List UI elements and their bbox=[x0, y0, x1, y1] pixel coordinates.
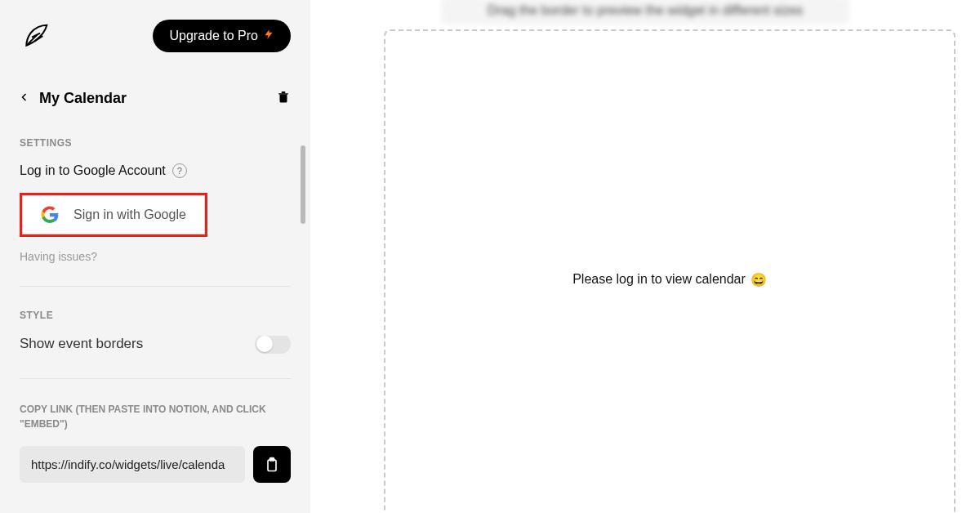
svg-rect-1 bbox=[270, 457, 274, 460]
page-title: My Calendar bbox=[39, 90, 127, 107]
preview-login-message: Please log in to view calendar 😄 bbox=[572, 272, 767, 288]
widget-preview-frame[interactable]: Please log in to view calendar 😄 bbox=[384, 29, 956, 513]
upgrade-button[interactable]: Upgrade to Pro bbox=[153, 20, 291, 52]
trash-icon bbox=[276, 88, 291, 105]
title-row: My Calendar bbox=[20, 88, 291, 108]
preview-message-text: Please log in to view calendar bbox=[572, 272, 746, 287]
sidebar-top-row: Upgrade to Pro bbox=[20, 20, 291, 52]
feather-icon bbox=[20, 20, 52, 52]
login-setting-title: Log in to Google Account ? bbox=[20, 163, 291, 178]
google-icon bbox=[41, 206, 59, 224]
sidebar-scrollbar-thumb[interactable] bbox=[301, 145, 305, 224]
copy-link-row bbox=[20, 446, 291, 483]
delete-button[interactable] bbox=[276, 88, 291, 108]
settings-section-label: SETTINGS bbox=[20, 137, 291, 149]
divider bbox=[20, 378, 291, 379]
google-signin-button[interactable]: Sign in with Google bbox=[22, 195, 205, 234]
svg-rect-0 bbox=[268, 460, 276, 471]
back-chevron-icon[interactable] bbox=[20, 90, 29, 106]
app-logo[interactable] bbox=[20, 20, 52, 52]
main-preview-area: Drag the border to preview the widget in… bbox=[310, 0, 980, 513]
show-borders-label: Show event borders bbox=[20, 336, 143, 352]
bolt-icon bbox=[263, 28, 274, 44]
style-section-label: STYLE bbox=[20, 310, 291, 321]
smile-emoji-icon: 😄 bbox=[751, 272, 767, 288]
google-signin-highlight: Sign in with Google bbox=[20, 193, 207, 237]
divider bbox=[20, 286, 291, 287]
settings-panel: SETTINGS Log in to Google Account ? bbox=[20, 137, 291, 513]
upgrade-label: Upgrade to Pro bbox=[169, 29, 258, 43]
copy-link-button[interactable] bbox=[253, 446, 291, 483]
show-borders-row: Show event borders bbox=[20, 336, 291, 354]
login-label: Log in to Google Account bbox=[20, 163, 166, 178]
resize-hint: Drag the border to preview the widget in… bbox=[441, 0, 849, 25]
show-borders-toggle[interactable] bbox=[255, 336, 291, 354]
help-icon[interactable]: ? bbox=[172, 163, 187, 178]
google-signin-label: Sign in with Google bbox=[74, 207, 186, 222]
copy-section-label: COPY LINK (THEN PASTE INTO NOTION, AND C… bbox=[20, 402, 291, 431]
having-issues-link[interactable]: Having issues? bbox=[20, 250, 291, 263]
embed-link-input[interactable] bbox=[20, 446, 245, 483]
sidebar: Upgrade to Pro My Calendar bbox=[0, 0, 310, 513]
clipboard-icon bbox=[264, 456, 280, 474]
